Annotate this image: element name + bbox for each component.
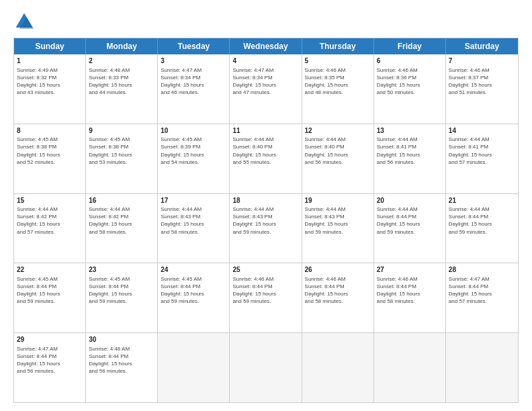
- cell-info-line: Daylight: 15 hours: [377, 151, 443, 158]
- cell-info-line: Sunset: 8:33 PM: [89, 74, 154, 81]
- calendar-header-cell: Friday: [374, 38, 446, 54]
- cell-info-line: Sunset: 8:44 PM: [377, 213, 443, 220]
- cell-info-line: and 59 minutes.: [377, 228, 443, 236]
- page: SundayMondayTuesdayWednesdayThursdayFrid…: [0, 0, 532, 411]
- cell-info-line: and 59 minutes.: [161, 298, 226, 305]
- day-number: 12: [305, 126, 371, 136]
- cell-info-line: and 52 minutes.: [17, 158, 83, 166]
- cell-info-line: Sunrise: 4:48 AM: [89, 66, 154, 74]
- calendar-cell: 9Sunrise: 4:45 AMSunset: 8:38 PMDaylight…: [86, 124, 158, 193]
- cell-info-line: Sunset: 8:39 PM: [161, 143, 226, 150]
- calendar-header-cell: Thursday: [302, 38, 374, 54]
- calendar-cell: 7Sunrise: 4:46 AMSunset: 8:37 PMDaylight…: [446, 54, 518, 124]
- cell-info-line: and 59 minutes.: [305, 228, 371, 236]
- calendar-header-cell: Tuesday: [158, 38, 230, 54]
- day-number: 5: [305, 56, 371, 66]
- day-number: 13: [377, 126, 443, 136]
- cell-info-line: Sunset: 8:36 PM: [377, 74, 443, 81]
- cell-info-line: Sunset: 8:44 PM: [161, 283, 226, 290]
- cell-info-line: and 48 minutes.: [305, 89, 371, 96]
- cell-info-line: and 59 minutes.: [449, 228, 515, 236]
- calendar-cell: 13Sunrise: 4:44 AMSunset: 8:41 PMDayligh…: [374, 124, 446, 193]
- cell-info-line: Sunrise: 4:45 AM: [17, 275, 83, 283]
- cell-info-line: Sunset: 8:38 PM: [17, 143, 83, 150]
- cell-info-line: and 57 minutes.: [449, 298, 515, 305]
- day-number: 21: [449, 196, 515, 205]
- calendar-cell: [374, 333, 446, 402]
- calendar-cell: [158, 333, 230, 402]
- cell-info-line: and 43 minutes.: [17, 89, 83, 96]
- calendar-row: 29Sunrise: 4:47 AMSunset: 8:44 PMDayligh…: [14, 333, 518, 402]
- cell-info-line: Sunrise: 4:46 AM: [232, 275, 298, 283]
- cell-info-line: Daylight: 15 hours: [161, 151, 226, 158]
- cell-info-line: and 56 minutes.: [17, 367, 83, 375]
- cell-info-line: Sunrise: 4:45 AM: [161, 136, 226, 143]
- cell-info-line: Daylight: 15 hours: [377, 290, 443, 298]
- cell-info-line: Sunrise: 4:47 AM: [449, 275, 515, 283]
- day-number: 14: [449, 126, 515, 136]
- day-number: 8: [17, 126, 83, 136]
- calendar-cell: 30Sunrise: 4:48 AMSunset: 8:44 PMDayligh…: [86, 333, 158, 402]
- day-number: 29: [17, 335, 83, 345]
- cell-info-line: Sunrise: 4:46 AM: [305, 275, 371, 283]
- day-number: 19: [305, 196, 371, 205]
- calendar-header-cell: Wednesday: [230, 38, 302, 54]
- cell-info-line: Daylight: 15 hours: [377, 81, 443, 89]
- calendar-cell: 2Sunrise: 4:48 AMSunset: 8:33 PMDaylight…: [86, 54, 158, 124]
- calendar-cell: 4Sunrise: 4:47 AMSunset: 8:34 PMDaylight…: [230, 54, 302, 124]
- cell-info-line: Sunrise: 4:44 AM: [17, 205, 83, 213]
- calendar-cell: 22Sunrise: 4:45 AMSunset: 8:44 PMDayligh…: [14, 263, 86, 332]
- logo-icon: [13, 11, 35, 32]
- calendar-cell: 23Sunrise: 4:45 AMSunset: 8:44 PMDayligh…: [86, 263, 158, 332]
- cell-info-line: Sunrise: 4:44 AM: [89, 205, 154, 213]
- cell-info-line: and 58 minutes.: [305, 298, 371, 305]
- calendar-cell: 18Sunrise: 4:44 AMSunset: 8:43 PMDayligh…: [230, 194, 302, 263]
- day-number: 25: [232, 265, 298, 275]
- day-number: 28: [449, 265, 515, 275]
- calendar-cell: 19Sunrise: 4:44 AMSunset: 8:43 PMDayligh…: [302, 194, 374, 263]
- day-number: 4: [232, 56, 298, 66]
- cell-info-line: Sunset: 8:37 PM: [449, 74, 515, 81]
- cell-info-line: Daylight: 15 hours: [232, 290, 298, 298]
- cell-info-line: Sunrise: 4:46 AM: [305, 66, 371, 74]
- calendar-cell: 20Sunrise: 4:44 AMSunset: 8:44 PMDayligh…: [374, 194, 446, 263]
- cell-info-line: Sunrise: 4:49 AM: [17, 66, 83, 74]
- calendar-cell: [446, 333, 518, 402]
- cell-info-line: Sunset: 8:44 PM: [17, 353, 83, 360]
- cell-info-line: Sunset: 8:42 PM: [89, 213, 154, 220]
- calendar-cell: [302, 333, 374, 402]
- cell-info-line: Sunrise: 4:44 AM: [377, 205, 443, 213]
- calendar-cell: 25Sunrise: 4:46 AMSunset: 8:44 PMDayligh…: [230, 263, 302, 332]
- cell-info-line: and 58 minutes.: [161, 228, 226, 236]
- cell-info-line: Sunset: 8:35 PM: [305, 74, 371, 81]
- calendar-cell: 6Sunrise: 4:46 AMSunset: 8:36 PMDaylight…: [374, 54, 446, 124]
- cell-info-line: Sunset: 8:40 PM: [232, 143, 298, 150]
- cell-info-line: and 59 minutes.: [232, 298, 298, 305]
- cell-info-line: Sunrise: 4:44 AM: [305, 205, 371, 213]
- cell-info-line: Daylight: 15 hours: [161, 81, 226, 89]
- cell-info-line: Daylight: 15 hours: [89, 290, 154, 298]
- cell-info-line: Daylight: 15 hours: [17, 290, 83, 298]
- cell-info-line: Sunrise: 4:46 AM: [449, 66, 515, 74]
- cell-info-line: Daylight: 15 hours: [305, 290, 371, 298]
- cell-info-line: and 58 minutes.: [89, 228, 154, 236]
- cell-info-line: and 50 minutes.: [377, 89, 443, 96]
- cell-info-line: Sunrise: 4:47 AM: [232, 66, 298, 74]
- cell-info-line: and 44 minutes.: [89, 89, 154, 96]
- calendar-cell: 24Sunrise: 4:45 AMSunset: 8:44 PMDayligh…: [158, 263, 230, 332]
- cell-info-line: Daylight: 15 hours: [449, 220, 515, 228]
- day-number: 3: [161, 56, 226, 66]
- cell-info-line: Daylight: 15 hours: [305, 81, 371, 89]
- logo: [13, 11, 38, 32]
- cell-info-line: Sunset: 8:38 PM: [89, 143, 154, 150]
- cell-info-line: Daylight: 15 hours: [17, 81, 83, 89]
- cell-info-line: Daylight: 15 hours: [232, 81, 298, 89]
- cell-info-line: Sunrise: 4:44 AM: [232, 205, 298, 213]
- calendar: SundayMondayTuesdayWednesdayThursdayFrid…: [13, 38, 519, 403]
- calendar-cell: 26Sunrise: 4:46 AMSunset: 8:44 PMDayligh…: [302, 263, 374, 332]
- cell-info-line: and 55 minutes.: [232, 158, 298, 166]
- cell-info-line: Sunset: 8:43 PM: [232, 213, 298, 220]
- day-number: 24: [161, 265, 226, 275]
- cell-info-line: Sunset: 8:41 PM: [377, 143, 443, 150]
- cell-info-line: and 59 minutes.: [17, 298, 83, 305]
